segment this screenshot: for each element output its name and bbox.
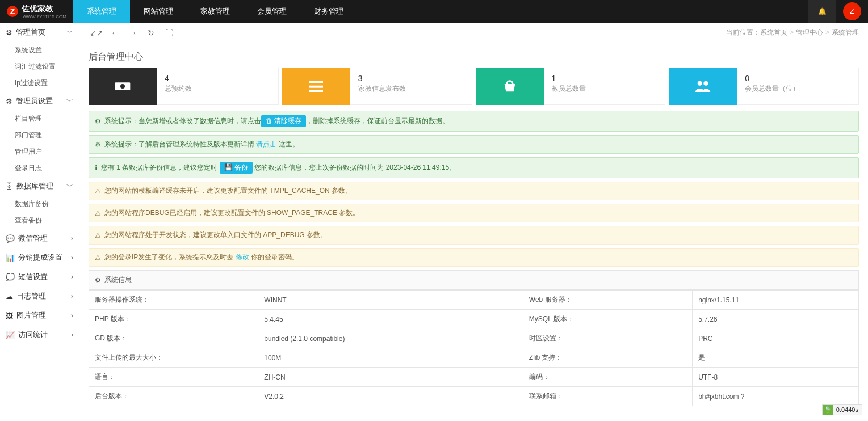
breadcrumb-item[interactable]: 系统首页	[760, 28, 787, 36]
table-cell: 后台版本：	[89, 387, 258, 406]
performance-badge[interactable]: 🍃 0.0440s	[822, 404, 862, 415]
table-row: 服务器操作系统：WINNTWeb 服务器：nginx/1.15.11	[89, 291, 859, 310]
sidebar-sub-item[interactable]: 登录日志	[0, 160, 79, 176]
card-number: 3	[358, 74, 464, 83]
sidebar-section-7[interactable]: 🖼图片管理›	[0, 306, 79, 325]
table-cell: 5.7.26	[693, 310, 859, 329]
table-cell: PHP 版本：	[89, 310, 258, 329]
nav-item-1[interactable]: 网站管理	[130, 0, 187, 23]
sidebar-label: 管理员设置	[16, 96, 53, 106]
breadcrumb-item[interactable]: 系统管理	[832, 28, 859, 36]
brand-logo-icon: Z	[7, 6, 18, 17]
table-cell: bh#jxbht.com ?	[693, 387, 859, 406]
forward-button[interactable]: →	[125, 25, 141, 41]
stat-card-3[interactable]: 0会员总数量（位）	[669, 68, 859, 105]
sidebar-section-3[interactable]: 💬微信管理›	[0, 229, 79, 248]
sidebar-section-4[interactable]: 📊分销提成设置›	[0, 248, 79, 267]
nav-item-3[interactable]: 会员管理	[244, 0, 300, 23]
sidebar-label: 访问统计	[18, 330, 48, 340]
sidebar-section-5[interactable]: 💭短信设置›	[0, 267, 79, 287]
sidebar-sub-item[interactable]: 数据库备份	[0, 196, 79, 212]
nav-item-2[interactable]: 家教管理	[187, 0, 244, 23]
table-row: 文件上传的最大大小：100MZlib 支持：是	[89, 348, 859, 368]
alert-link[interactable]: 请点击	[256, 140, 276, 148]
sidebar-label: 短信设置	[18, 272, 48, 282]
table-cell: GD 版本：	[89, 329, 258, 348]
toolbar: ↙↗ ← → ↻ ⛶ 当前位置：系统首页>管理中心>系统管理	[79, 23, 868, 43]
sidebar-sub-item[interactable]: Ip过滤设置	[0, 75, 79, 91]
basket-icon	[476, 68, 544, 105]
table-cell: UTF-8	[693, 368, 859, 387]
expand-icon: ⛶	[165, 28, 173, 37]
breadcrumb: 当前位置：系统首页>管理中心>系统管理	[726, 28, 859, 37]
sidebar-section-0[interactable]: ⚙管理首页﹀	[0, 23, 79, 42]
sidebar-section-6[interactable]: ☁日志管理›	[0, 287, 79, 306]
card-label: 教员总数量	[552, 84, 657, 94]
brand-logo[interactable]: Z 佐优家教 WWW.ZYJJ115.COM	[0, 0, 73, 23]
back-button[interactable]: ←	[107, 25, 123, 41]
table-cell: 100M	[258, 348, 523, 368]
alert-6: ⚠您的登录IP发生了变化，系统提示您及时去 修改 你的登录密码。	[89, 248, 859, 267]
card-label: 会员总数量（位）	[745, 84, 850, 94]
top-nav: Z 佐优家教 WWW.ZYJJ115.COM 系统管理网站管理家教管理会员管理财…	[0, 0, 868, 23]
sidebar-label: 图片管理	[16, 310, 46, 321]
performance-time: 0.0440s	[833, 405, 862, 414]
chevron-right-icon: ›	[71, 234, 73, 242]
cogs-icon: ⚙	[6, 28, 12, 37]
refresh-icon: ↻	[148, 28, 154, 37]
sidebar-section-2[interactable]: 🗄数据库管理﹀	[0, 176, 79, 196]
alert-action-button[interactable]: 💾 备份	[220, 162, 253, 174]
table-row: GD 版本：bundled (2.1.0 compatible)时区设置：PRC	[89, 329, 859, 348]
table-cell: 服务器操作系统：	[89, 291, 258, 310]
table-cell: 时区设置：	[523, 329, 692, 348]
stat-card-0[interactable]: 4总预约数	[89, 68, 279, 105]
sidebar-label: 日志管理	[16, 291, 46, 301]
notifications-button[interactable]: 🔔	[808, 0, 836, 23]
nav-item-4[interactable]: 财务管理	[300, 0, 357, 23]
chevron-right-icon: ›	[71, 292, 73, 300]
warn-icon: ⚠	[95, 209, 101, 217]
table-cell: bundled (2.1.0 compatible)	[258, 329, 523, 348]
sidebar-sub-item[interactable]: 查看备份	[0, 212, 79, 229]
table-cell: ZH-CN	[258, 368, 523, 387]
stat-card-2[interactable]: 1教员总数量	[476, 68, 666, 105]
avatar-icon: Z	[850, 7, 854, 15]
sidebar-sub-item[interactable]: 系统设置	[0, 42, 79, 58]
breadcrumb-item[interactable]: 管理中心	[796, 28, 823, 36]
brand-sub: WWW.ZYJJ115.COM	[23, 14, 66, 19]
fullscreen-button[interactable]: ⛶	[161, 25, 177, 41]
refresh-button[interactable]: ↙↗	[89, 25, 104, 41]
nav-item-0[interactable]: 系统管理	[73, 0, 130, 23]
user-avatar[interactable]: Z	[843, 2, 861, 20]
sidebar-sub-item[interactable]: 栏目管理	[0, 111, 79, 127]
reload-button[interactable]: ↻	[143, 25, 159, 41]
sidebar-sub-item[interactable]: 词汇过滤设置	[0, 58, 79, 75]
chevron-down-icon: ﹀	[66, 96, 73, 106]
sidebar-sub-item[interactable]: 管理用户	[0, 144, 79, 160]
sidebar: ⚙管理首页﹀系统设置词汇过滤设置Ip过滤设置⚙管理员设置﹀栏目管理部门管理管理用…	[0, 23, 79, 421]
alert-action-button[interactable]: 🗑 清除缓存	[261, 115, 306, 127]
table-row: PHP 版本：5.4.45MySQL 版本：5.7.26	[89, 310, 859, 329]
warn-icon: ⚠	[95, 231, 101, 239]
cog-icon: ⚙	[95, 141, 101, 149]
table-cell: 编码：	[523, 368, 692, 387]
comment-icon: 💭	[6, 273, 15, 281]
list-icon	[282, 68, 350, 105]
info-icon: ℹ	[95, 164, 98, 172]
sidebar-sub-item[interactable]: 部门管理	[0, 127, 79, 144]
alert-link[interactable]: 修改	[236, 253, 249, 261]
alert-2: ℹ您有 1 条数据库备份信息，建议您定时 💾 备份 您的数据库信息，您上次备份数…	[89, 157, 859, 178]
chevron-right-icon: ›	[71, 311, 73, 319]
alert-1: ⚙系统提示：了解后台管理系统特性及版本更新详情 请点击 这里。	[89, 135, 859, 154]
sidebar-section-8[interactable]: 📈访问统计›	[0, 325, 79, 344]
arrow-right-icon: →	[129, 28, 137, 37]
table-cell: Zlib 支持：	[523, 348, 692, 368]
sidebar-label: 分销提成设置	[18, 252, 62, 263]
table-cell: Web 服务器：	[523, 291, 692, 310]
stat-card-1[interactable]: 3家教信息发布数	[282, 68, 472, 105]
page-title: 后台管理中心	[79, 43, 868, 68]
sidebar-section-1[interactable]: ⚙管理员设置﹀	[0, 91, 79, 111]
card-label: 总预约数	[165, 84, 270, 94]
arrows-icon: ↙↗	[90, 28, 103, 37]
sidebar-label: 数据库管理	[16, 181, 53, 191]
